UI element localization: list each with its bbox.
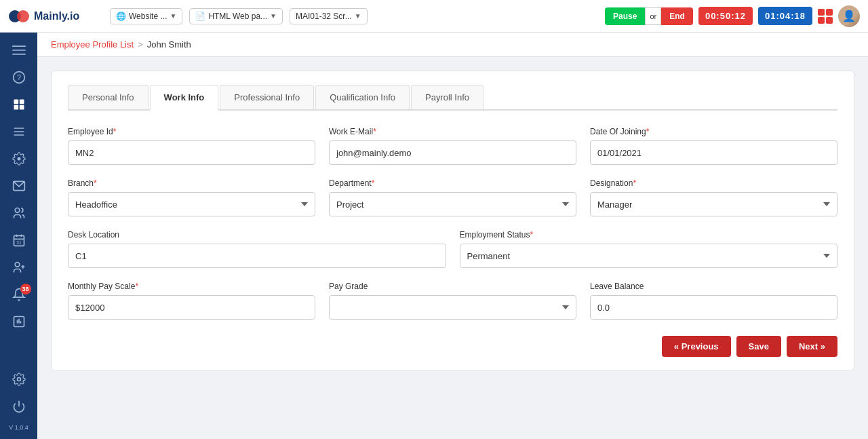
sidebar-item-notifications[interactable]: 38 (5, 282, 33, 307)
save-button[interactable]: Save (736, 336, 781, 357)
screen-dropdown[interactable]: MAI01-32 Scr... ▼ (290, 8, 368, 24)
sidebar: ? 31 38 (0, 33, 37, 439)
sidebar-item-menu[interactable] (5, 38, 33, 62)
tab-payroll-info[interactable]: Payroll Info (411, 85, 484, 109)
sidebar-item-add-user[interactable] (5, 255, 33, 280)
svg-rect-7 (14, 100, 18, 104)
branch-select[interactable]: HeadofficeBranch 1Branch 2 (68, 192, 315, 216)
dropdown-label: MAI01-32 Scr... (296, 12, 352, 21)
tabs: Personal Info Work Info Professional Inf… (68, 85, 837, 111)
list-icon (12, 125, 26, 138)
pause-end-group: Pause or End (605, 7, 693, 25)
employment-status-select[interactable]: PermanentContractInternPart-time (460, 244, 838, 268)
chart-icon (12, 315, 26, 328)
employee-id-label: Employee Id* (68, 127, 315, 136)
designation-select[interactable]: ManagerSeniorJuniorIntern (590, 192, 837, 216)
users-icon (12, 206, 26, 220)
html-page-dropdown[interactable]: 📄 HTML Web pa... ▼ (189, 8, 283, 24)
avatar[interactable]: 👤 (838, 5, 860, 27)
sidebar-item-config[interactable] (5, 367, 33, 392)
action-row: « Previous Save Next » (68, 336, 837, 357)
leave-balance-group: Leave Balance (590, 282, 837, 320)
desk-location-group: Desk Location (68, 230, 446, 268)
nav-controls: Pause or End 00:50:12 01:04:18 👤 (605, 5, 860, 27)
sidebar-item-help[interactable]: ? (5, 65, 33, 90)
svg-point-15 (15, 208, 20, 213)
sidebar-item-calendar[interactable]: 31 (5, 228, 33, 252)
svg-point-28 (17, 378, 20, 381)
logo-icon (8, 5, 30, 27)
monthly-pay-scale-input[interactable] (68, 295, 315, 320)
sidebar-item-list[interactable] (5, 119, 33, 144)
work-email-input[interactable] (329, 140, 576, 165)
mail-icon (12, 179, 26, 193)
date-joining-label: Date Of Joining* (590, 127, 837, 136)
sidebar-item-users[interactable] (5, 201, 33, 225)
svg-text:?: ? (16, 73, 20, 81)
grid-icon[interactable] (818, 9, 833, 24)
page-icon: 📄 (195, 12, 205, 21)
tab-personal-info[interactable]: Personal Info (68, 85, 149, 109)
sidebar-item-mail[interactable] (5, 174, 33, 198)
end-button[interactable]: End (661, 7, 693, 25)
employment-status-group: Employment Status* PermanentContractInte… (460, 230, 838, 268)
chevron-down-icon: ▼ (355, 12, 361, 20)
pay-grade-group: Pay Grade Grade AGrade BGrade C (329, 282, 576, 320)
employment-status-label: Employment Status* (460, 230, 838, 240)
breadcrumb: Employee Profile List > John Smith (37, 33, 868, 57)
branch-label: Branch* (68, 178, 315, 188)
page-content: Personal Info Work Info Professional Inf… (37, 57, 868, 439)
svg-rect-2 (12, 45, 26, 47)
branch-group: Branch* HeadofficeBranch 1Branch 2 (68, 178, 315, 216)
main-layout: ? 31 38 (0, 33, 868, 439)
form-row-1: Employee Id* Work E-Mail* Date Of Joinin… (68, 127, 837, 165)
dashboard-icon (12, 98, 26, 111)
timer-2: 01:04:18 (758, 7, 812, 25)
power-icon (12, 400, 26, 413)
sidebar-item-dashboard[interactable] (5, 92, 33, 117)
pay-grade-select[interactable]: Grade AGrade BGrade C (329, 295, 576, 320)
svg-rect-4 (12, 54, 26, 55)
form-card: Personal Info Work Info Professional Inf… (51, 71, 854, 371)
work-email-label: Work E-Mail* (329, 127, 576, 136)
svg-rect-12 (14, 131, 24, 132)
question-icon: ? (12, 71, 26, 84)
website-dropdown[interactable]: 🌐 Website ... ▼ (110, 8, 182, 24)
desk-location-input[interactable] (68, 244, 446, 268)
chevron-down-icon: ▼ (270, 12, 277, 20)
notification-badge: 38 (20, 284, 31, 294)
tab-work-info[interactable]: Work Info (150, 85, 219, 111)
form-row-3: Desk Location Employment Status* Permane… (68, 230, 837, 268)
monthly-pay-scale-label: Monthly Pay Scale* (68, 282, 315, 291)
previous-button[interactable]: « Previous (662, 336, 731, 357)
timer-1: 00:50:12 (698, 7, 753, 25)
svg-rect-13 (14, 134, 24, 136)
dropdown-label: HTML Web pa... (208, 12, 267, 21)
breadcrumb-separator: > (138, 39, 143, 50)
calendar-icon: 31 (12, 233, 26, 247)
breadcrumb-parent[interactable]: Employee Profile List (51, 39, 134, 50)
department-select[interactable]: ProjectHRFinanceIT (329, 192, 576, 216)
config-gear-icon (12, 373, 26, 386)
svg-rect-10 (19, 105, 24, 110)
hamburger-icon (12, 43, 26, 57)
monthly-pay-scale-group: Monthly Pay Scale* (68, 282, 315, 320)
leave-balance-input[interactable] (590, 295, 837, 320)
department-group: Department* ProjectHRFinanceIT (329, 178, 576, 216)
tab-professional-info[interactable]: Professional Info (220, 85, 314, 109)
form-row-2: Branch* HeadofficeBranch 1Branch 2 Depar… (68, 178, 837, 216)
svg-point-21 (15, 263, 20, 267)
sidebar-item-reports[interactable] (5, 309, 33, 334)
svg-text:31: 31 (16, 240, 22, 245)
pay-grade-label: Pay Grade (329, 282, 576, 291)
globe-icon: 🌐 (116, 12, 126, 21)
gear-icon (12, 152, 26, 166)
sidebar-item-settings[interactable] (5, 147, 33, 171)
pause-button[interactable]: Pause (605, 7, 645, 25)
tab-qualification-info[interactable]: Qualification Info (315, 85, 410, 109)
next-button[interactable]: Next » (787, 336, 837, 357)
employee-id-input[interactable] (68, 140, 315, 165)
date-joining-input[interactable] (590, 140, 837, 165)
version-label: V 1.0.4 (9, 424, 28, 431)
sidebar-item-power[interactable] (5, 394, 33, 419)
